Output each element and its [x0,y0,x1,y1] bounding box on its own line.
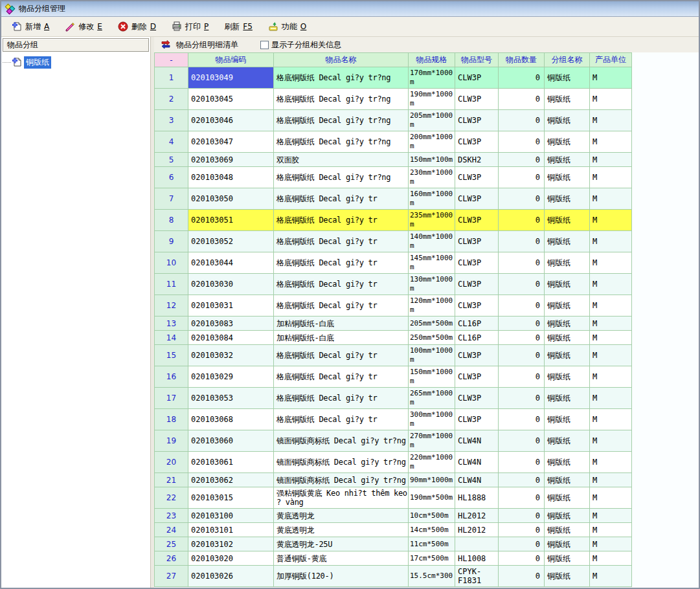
edit-button[interactable]: 修改E [58,19,109,35]
item-name-cell[interactable]: 黄底透明龙-25U [274,537,409,551]
row-number-cell[interactable]: 19 [155,430,188,452]
item-unit-cell[interactable]: M [590,153,632,167]
item-name-cell[interactable]: 加粘铜版纸-白底 [274,331,409,345]
header-item-code[interactable]: 物品编码 [188,53,274,67]
item-name-cell[interactable]: 普通铜版-黄底 [274,551,409,566]
item-qty-cell[interactable]: 0 [499,366,545,388]
item-group-cell[interactable]: 铜版纸 [545,388,590,409]
item-group-cell[interactable]: 铜版纸 [545,274,590,295]
item-model-cell[interactable]: CLW4N [455,473,499,487]
item-spec-cell[interactable]: 11cm*500m [409,537,455,551]
item-spec-cell[interactable]: 15.5cm*300 [409,566,455,587]
row-number-cell[interactable]: 7 [155,188,188,210]
item-qty-cell[interactable]: 0 [499,167,545,188]
item-name-cell[interactable]: 镜面铜版商标纸 Decal gi?y tr?ng [274,430,409,452]
item-unit-cell[interactable]: M [590,487,632,509]
row-number-cell[interactable]: 21 [155,473,188,487]
item-code-cell[interactable]: 020103053 [188,388,274,409]
row-number-cell[interactable]: 9 [155,231,188,252]
row-number-cell[interactable]: 18 [155,409,188,430]
function-button[interactable]: 功能O [262,19,313,35]
row-number-cell[interactable]: 27 [155,566,188,587]
item-code-cell[interactable]: 020103102 [188,537,274,551]
item-group-cell[interactable]: 铜版纸 [545,523,590,537]
item-code-cell[interactable]: 020103044 [188,252,274,274]
item-qty-cell[interactable]: 0 [499,188,545,210]
item-unit-cell[interactable]: M [590,452,632,473]
row-number-cell[interactable]: 4 [155,131,188,153]
row-number-cell[interactable]: 10 [155,252,188,274]
item-model-cell[interactable]: CL16P [455,317,499,331]
item-code-cell[interactable]: 020103045 [188,89,274,110]
refresh-button[interactable]: 刷新F5 [218,19,259,35]
item-group-cell[interactable]: 铜版纸 [545,487,590,509]
row-number-cell[interactable]: 26 [155,551,188,566]
item-name-cell[interactable]: 格底铜版纸 Decal gi?y tr?ng [274,110,409,131]
item-model-cell[interactable]: CLW3P [455,274,499,295]
item-name-cell[interactable]: 格底铜版纸 Decal gi?y tr [274,295,409,317]
item-unit-cell[interactable]: M [590,523,632,537]
item-qty-cell[interactable]: 0 [499,67,545,89]
item-model-cell[interactable]: CLW4N [455,430,499,452]
item-qty-cell[interactable]: 0 [499,473,545,487]
item-name-cell[interactable]: 黄底透明龙 [274,523,409,537]
item-group-cell[interactable]: 铜版纸 [545,409,590,430]
row-number-cell[interactable]: 14 [155,331,188,345]
item-model-cell[interactable]: HL1008 [455,551,499,566]
item-qty-cell[interactable]: 0 [499,252,545,274]
row-number-cell[interactable]: 1 [155,67,188,89]
item-qty-cell[interactable]: 0 [499,274,545,295]
item-code-cell[interactable]: 020103048 [188,167,274,188]
item-unit-cell[interactable]: M [590,295,632,317]
header-item-qty[interactable]: 物品数量 [499,53,545,67]
item-code-cell[interactable]: 020103052 [188,231,274,252]
item-code-cell[interactable]: 020103069 [188,153,274,167]
item-group-cell[interactable]: 铜版纸 [545,131,590,153]
item-qty-cell[interactable]: 0 [499,231,545,252]
item-code-cell[interactable]: 020103062 [188,473,274,487]
item-name-cell[interactable]: 格底铜版纸 Decal gi?y tr [274,388,409,409]
item-model-cell[interactable]: CLW3P [455,231,499,252]
row-number-cell[interactable]: 13 [155,317,188,331]
row-number-cell[interactable]: 23 [155,509,188,523]
item-code-cell[interactable]: 020103050 [188,188,274,210]
item-qty-cell[interactable]: 0 [499,452,545,473]
item-unit-cell[interactable]: M [590,231,632,252]
item-unit-cell[interactable]: M [590,430,632,452]
item-model-cell[interactable]: CLW4N [455,452,499,473]
item-unit-cell[interactable]: M [590,210,632,231]
item-unit-cell[interactable]: M [590,110,632,131]
row-number-cell[interactable]: 22 [155,487,188,509]
item-group-cell[interactable]: 铜版纸 [545,430,590,452]
item-model-cell[interactable]: CLW3P [455,167,499,188]
row-number-cell[interactable]: 8 [155,210,188,231]
header-product-unit[interactable]: 产品单位 [590,53,632,67]
item-spec-cell[interactable]: 130mm*1000 m [409,274,455,295]
item-qty-cell[interactable]: 0 [499,317,545,331]
item-spec-cell[interactable]: 150mm*1000 m [409,366,455,388]
item-spec-cell[interactable]: 120mm*1000 m [409,295,455,317]
item-spec-cell[interactable]: 250mm*500m [409,331,455,345]
item-qty-cell[interactable]: 0 [499,210,545,231]
item-name-cell[interactable]: 格底铜版纸 Decal gi?y tr [274,231,409,252]
item-qty-cell[interactable]: 0 [499,331,545,345]
row-number-cell[interactable]: 15 [155,345,188,366]
row-number-cell[interactable]: 20 [155,452,188,473]
item-model-cell[interactable]: CL16P [455,331,499,345]
item-qty-cell[interactable]: 0 [499,131,545,153]
item-spec-cell[interactable]: 10cm*500m [409,509,455,523]
item-group-cell[interactable]: 铜版纸 [545,231,590,252]
row-number-cell[interactable]: 6 [155,167,188,188]
row-number-cell[interactable]: 16 [155,366,188,388]
item-unit-cell[interactable]: M [590,252,632,274]
item-model-cell[interactable]: HL2012 [455,509,499,523]
item-qty-cell[interactable]: 0 [499,509,545,523]
item-name-cell[interactable]: 格底铜版纸 Decal gi?y tr?ng [274,67,409,89]
item-model-cell[interactable]: CLW3P [455,295,499,317]
item-spec-cell[interactable]: 160mm*1000 m [409,188,455,210]
item-unit-cell[interactable]: M [590,473,632,487]
item-unit-cell[interactable]: M [590,566,632,587]
row-number-cell[interactable]: 24 [155,523,188,537]
item-name-cell[interactable]: 加厚铜版(120-) [274,566,409,587]
item-spec-cell[interactable]: 100mm*1000 m [409,345,455,366]
